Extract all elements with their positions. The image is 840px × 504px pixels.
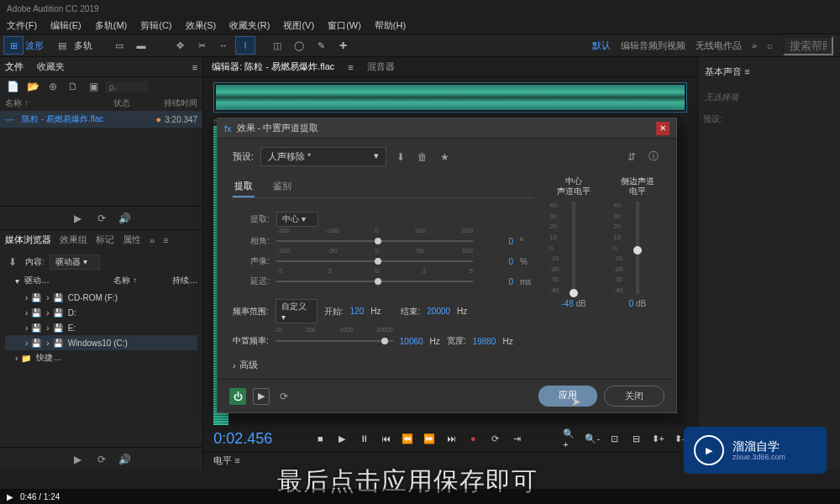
tab-identify[interactable]: 鉴别: [271, 176, 293, 197]
menu-edit[interactable]: 编辑(E): [47, 18, 85, 34]
filter-button[interactable]: ▣: [86, 79, 101, 94]
tab-favorites[interactable]: 收藏夹: [37, 60, 65, 73]
multitrack-mode-button[interactable]: ▤: [52, 36, 72, 55]
panel-menu-icon[interactable]: ≡: [192, 62, 197, 72]
editor-tab[interactable]: 编辑器: 陈粒 - 易燃易爆炸.flac: [212, 60, 334, 73]
forward-button[interactable]: ⏩: [422, 431, 437, 446]
browser-more-button[interactable]: »: [150, 235, 155, 245]
center-level-value[interactable]: -48: [561, 299, 573, 308]
brush-tool-button[interactable]: ✎: [311, 36, 331, 55]
loop-preview-button[interactable]: ⟳: [276, 389, 291, 404]
slip-tool-button[interactable]: ↔: [213, 36, 234, 55]
menu-window[interactable]: 窗口(W): [324, 18, 365, 34]
effect-power-button[interactable]: ⏻: [229, 388, 246, 405]
marquee-tool-button[interactable]: ◫: [267, 36, 287, 55]
razor-tool-button[interactable]: ✂: [192, 36, 212, 55]
phase-slider[interactable]: -200-1000100200: [276, 235, 473, 247]
tree-toggle-icon[interactable]: ▾: [15, 276, 19, 286]
menu-view[interactable]: 视图(V): [280, 18, 318, 34]
menu-multitrack[interactable]: 多轨(M): [92, 18, 131, 34]
freq-range-dropdown[interactable]: 自定义 ▾: [276, 299, 318, 323]
menu-file[interactable]: 文件(F): [3, 18, 40, 34]
start-value[interactable]: 120: [350, 307, 365, 316]
play-button[interactable]: ▶: [334, 431, 349, 446]
browser-auto-button[interactable]: 🔊: [118, 452, 133, 467]
workspace-radio[interactable]: 无线电作品: [696, 39, 742, 52]
extract-dropdown[interactable]: 中心 ▾: [276, 212, 318, 227]
tab-extract[interactable]: 提取: [233, 176, 255, 197]
preview-loop-button[interactable]: ⟳: [94, 211, 109, 226]
menu-clip[interactable]: 剪辑(C): [137, 18, 175, 34]
tree-item[interactable]: ›💾›💾Windows10 (C:): [5, 335, 197, 350]
menu-favorites[interactable]: 收藏夹(R): [226, 18, 273, 34]
phase-value[interactable]: 0: [480, 237, 513, 246]
info-button[interactable]: ⓘ: [646, 150, 661, 165]
loop-button[interactable]: ⟳: [487, 431, 502, 446]
tab-files[interactable]: 文件: [5, 60, 24, 73]
center-freq-slider[interactable]: 20200200020000: [276, 335, 393, 347]
close-button[interactable]: ✕: [656, 122, 669, 135]
skip-selection-button[interactable]: ⇥: [509, 431, 524, 446]
apply-button[interactable]: 应用: [538, 386, 597, 407]
time-display[interactable]: 0:02.456: [213, 430, 272, 448]
zoom-out-button[interactable]: 🔍-: [585, 431, 600, 446]
end-value[interactable]: 20000: [427, 307, 450, 316]
zoom-in-button[interactable]: 🔍+: [563, 431, 578, 446]
side-level-value[interactable]: 0: [629, 299, 634, 308]
search-help-input[interactable]: [783, 36, 833, 55]
tab-media-browser[interactable]: 媒体浏览器: [5, 234, 51, 246]
save-preset-button[interactable]: ⬇: [393, 150, 408, 165]
center-freq-value[interactable]: 10060: [400, 337, 423, 346]
menu-help[interactable]: 帮助(H): [371, 18, 409, 34]
tab-effects-rack[interactable]: 效果组: [60, 234, 87, 246]
tab-markers[interactable]: 标记: [96, 234, 114, 246]
zoom-full-button[interactable]: ⊡: [606, 431, 622, 446]
pause-button[interactable]: ⏸: [356, 431, 371, 446]
record-new-button[interactable]: ⊕: [45, 79, 60, 94]
time-select-tool-button[interactable]: I: [235, 36, 255, 55]
hud-toggle-button[interactable]: ▭: [109, 36, 129, 55]
preview-play-button[interactable]: ▶: [253, 388, 270, 405]
lasso-tool-button[interactable]: ◯: [289, 36, 309, 55]
spectral-toggle-button[interactable]: ▬: [131, 36, 151, 55]
delete-preset-button[interactable]: 🗑: [415, 150, 430, 165]
tree-item[interactable]: ›💾›💾CD-ROM (F:): [5, 290, 197, 305]
col-status[interactable]: 状态: [113, 97, 147, 109]
waveform-overview[interactable]: [213, 82, 687, 113]
browser-menu-icon[interactable]: ≡: [163, 235, 168, 245]
pan-slider[interactable]: -100-50050100: [276, 255, 473, 267]
editor-tab-menu-icon[interactable]: ≡: [348, 62, 353, 72]
delay-value[interactable]: 0: [480, 277, 513, 286]
channel-map-button[interactable]: ⇵: [624, 150, 639, 165]
new-file-button[interactable]: 📄: [5, 79, 20, 94]
center-level-slider[interactable]: 403020100-10-20-30-40: [564, 202, 583, 294]
side-level-slider[interactable]: 403020100-10-20-30-40: [628, 202, 647, 294]
open-file-button[interactable]: 📂: [25, 79, 40, 94]
waveform-mode-button[interactable]: ⊞: [3, 36, 24, 55]
menu-effects[interactable]: 效果(S): [182, 18, 220, 34]
import-button[interactable]: 🗋: [66, 79, 81, 94]
tree-item[interactable]: ›💾›💾E:: [5, 320, 197, 335]
stop-button[interactable]: ■: [312, 431, 328, 446]
mixer-tab[interactable]: 混音器: [367, 60, 395, 73]
drive-root-label[interactable]: 驱动…: [24, 275, 50, 286]
tab-properties[interactable]: 属性: [123, 234, 141, 246]
browser-up-button[interactable]: ⬇: [5, 255, 20, 270]
delay-slider[interactable]: -5-3035: [276, 276, 473, 287]
zoom-in-amp-button[interactable]: ⬍+: [650, 431, 665, 446]
level-tab[interactable]: 电平: [213, 455, 232, 465]
pan-value[interactable]: 0: [480, 257, 513, 266]
tree-item[interactable]: ›💾›💾D:: [5, 305, 197, 320]
workspace-default[interactable]: 默认: [592, 39, 611, 52]
skip-start-button[interactable]: ⏮: [378, 431, 393, 446]
workspace-edit-audio[interactable]: 编辑音频到视频: [621, 39, 685, 52]
rewind-button[interactable]: ⏪: [400, 431, 415, 446]
file-row[interactable]: 〰 陈粒 - 易燃易爆炸.flac ● 3:20.347: [0, 111, 202, 128]
tree-item-quick[interactable]: ›📁快捷…: [5, 350, 197, 365]
heal-tool-button[interactable]: ✚: [333, 36, 353, 55]
col-name[interactable]: 名称 ↑: [5, 97, 113, 109]
col-duration[interactable]: 持续时间: [147, 97, 197, 109]
content-dropdown[interactable]: 驱动器 ▾: [50, 255, 100, 270]
browser-play-button[interactable]: ▶: [71, 452, 86, 467]
width-value[interactable]: 19880: [473, 337, 496, 346]
